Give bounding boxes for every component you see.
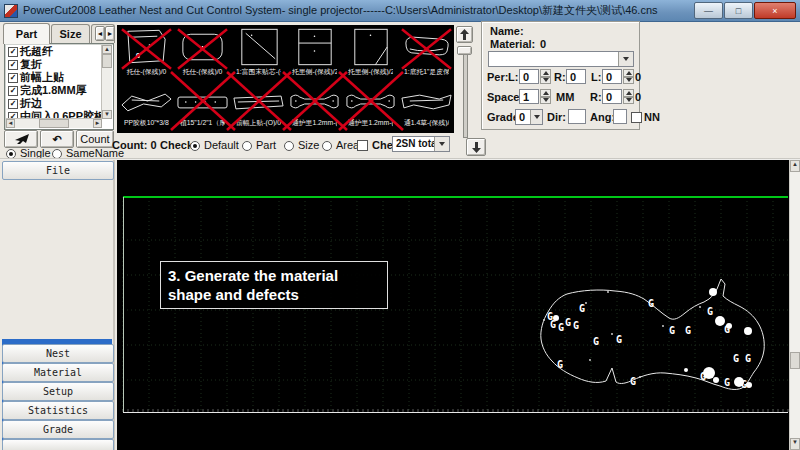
part-type-item[interactable]: ✓折边 (6, 97, 102, 110)
select-tool-button[interactable] (4, 130, 38, 148)
per-left-spinner[interactable] (540, 69, 551, 84)
per-right-input[interactable]: 0 (566, 69, 586, 84)
nn-checkbox[interactable]: NN (631, 111, 660, 123)
part-sketch-longbar (400, 27, 453, 67)
nn-label: NN (644, 111, 660, 123)
scroll-down-icon[interactable]: ▼ (790, 438, 800, 450)
part-thumbnail[interactable]: 托仕-(保残)/0 (176, 27, 229, 76)
part-thumbnail[interactable]: 1:富围末贴芯-(保残)/ (232, 27, 285, 76)
scrollbar-thumb[interactable] (790, 352, 800, 369)
grade-mark: G (648, 298, 654, 309)
checkbox-icon[interactable]: ✓ (8, 47, 18, 57)
scroll-up-icon[interactable]: ▲ (790, 160, 800, 172)
check-option-area[interactable]: Area (322, 139, 359, 151)
part-thumbnail[interactable]: 通护里1.2mm-(保残) (344, 85, 397, 127)
part-thumbnail[interactable]: G托仕-(保残)/0 (120, 27, 173, 76)
part-thumbnail[interactable]: 前幅上贴-(O)/0 (232, 85, 285, 127)
vertical-slider-thumb[interactable] (457, 46, 472, 55)
space-input[interactable]: 1 (519, 89, 539, 104)
part-sketch-strip-twist (120, 85, 173, 118)
part-type-item[interactable]: ✓托超纤 (6, 45, 102, 58)
chevron-down-icon[interactable] (618, 52, 633, 66)
thumbnail-row-1: G托仕-(保残)/0托仕-(保残)/01:富围末贴芯-(保残)/托里侧-(保残)… (120, 27, 453, 76)
radio-icon (284, 141, 294, 151)
dir-label: Dir: (547, 111, 566, 123)
move-up-button[interactable] (456, 26, 473, 43)
part-thumbnail[interactable]: 植15"1/2"1（厚） (176, 85, 229, 127)
total-dropdown[interactable]: 2SN total0 (392, 136, 450, 152)
part-list-horizontal-scrollbar[interactable]: ◄ ► (6, 118, 102, 128)
part-thumbnail[interactable]: 1:底托1"足皮保残-(保 (400, 27, 453, 76)
scroll-right-icon[interactable]: ► (93, 119, 102, 128)
part-type-item[interactable]: ✓完成1.8MM厚 (6, 84, 102, 97)
scroll-left-icon[interactable]: ◄ (6, 119, 15, 128)
tab-scroll-right-icon[interactable]: ► (105, 26, 115, 41)
scrollbar-thumb[interactable] (102, 54, 112, 68)
vertical-slider-track[interactable] (463, 46, 468, 138)
thumbnail-caption: 通护里1.2mm-(保残) (292, 119, 337, 127)
chevron-down-icon[interactable] (530, 110, 542, 124)
check-option-size[interactable]: Size (284, 139, 319, 151)
tab-size[interactable]: Size (51, 24, 90, 43)
maximize-button[interactable]: □ (724, 2, 753, 19)
part-thumbnail[interactable]: 通护里1.2mm-(保残) (288, 85, 341, 127)
checkbox-icon[interactable]: ✓ (8, 60, 18, 70)
sidebar-section-statistics[interactable]: Statistics (2, 401, 114, 420)
check-option-part[interactable]: Part (242, 139, 276, 151)
l-label: L: (508, 71, 518, 83)
part-type-item[interactable]: ✓复折 (6, 58, 102, 71)
scroll-down-icon[interactable]: ▼ (102, 110, 112, 119)
checkbox-icon[interactable]: ✓ (8, 86, 18, 96)
sidebar-section-setup[interactable]: Setup (2, 382, 114, 401)
grade-mark: G (741, 379, 747, 390)
annotation-line-2: shape and defects (168, 285, 380, 304)
tab-part[interactable]: Part (3, 23, 50, 44)
dir-input[interactable] (568, 109, 586, 124)
nest-canvas[interactable]: GGGGGGGGGGGGGGGGGGGG 3. Generate the mat… (117, 160, 789, 450)
left-margin-spinner[interactable] (623, 69, 634, 84)
checkbox-icon[interactable]: ✓ (8, 99, 18, 109)
part-type-label: 前幅上贴 (20, 71, 64, 84)
part-type-item[interactable]: ✓前幅上贴 (6, 71, 102, 84)
part-type-list-items: ✓托超纤✓复折✓前幅上贴✓完成1.8MM厚✓折边✓中间入0.6PP胶板1( (6, 45, 102, 123)
space-spinner[interactable] (540, 89, 551, 104)
minimize-button[interactable]: — (694, 2, 723, 19)
undo-button[interactable]: ↶ (40, 130, 74, 148)
material-combobox[interactable] (488, 51, 634, 67)
sidebar-section-nest[interactable]: Nest (2, 344, 114, 363)
chevron-down-icon[interactable] (434, 137, 449, 151)
grade-mark: G (558, 322, 564, 333)
scrollbar-thumb[interactable] (39, 119, 69, 128)
check-option-label: Part (256, 139, 276, 151)
material-outline (541, 279, 764, 389)
count-button[interactable]: Count (76, 130, 114, 148)
part-thumbnail[interactable]: 托里侧-(保残)/2 (288, 27, 341, 76)
move-down-button[interactable] (466, 138, 486, 156)
per-left-input[interactable]: 0 (519, 69, 539, 84)
checkbox-icon (357, 140, 368, 151)
check-option-default[interactable]: Default (190, 139, 239, 151)
tab-scroll-left-icon[interactable]: ◄ (95, 26, 105, 41)
scroll-up-icon[interactable]: ▲ (102, 45, 112, 54)
ang-input[interactable] (613, 109, 627, 124)
part-list-vertical-scrollbar[interactable]: ▲ ▼ (101, 45, 112, 119)
part-thumbnail[interactable]: 托里侧-(保残)/2 (344, 27, 397, 76)
left-margin-input[interactable]: 0 (602, 69, 622, 84)
r2-label: R: (590, 91, 602, 103)
canvas-vertical-scrollbar[interactable]: ▲ ▼ (789, 160, 800, 450)
maximize-icon: □ (736, 6, 741, 16)
thumbnail-caption: 托仕-(保残)/0 (180, 68, 225, 76)
part-type-label: 完成1.8MM厚 (20, 84, 87, 97)
right-margin-input[interactable]: 0 (602, 89, 622, 104)
sidebar-section-grade[interactable]: Grade (2, 420, 114, 439)
sidebar-section-material[interactable]: Material (2, 363, 114, 382)
sidebar-section-partial[interactable] (2, 439, 114, 450)
checkbox-icon[interactable]: ✓ (8, 73, 18, 83)
part-thumbnail[interactable]: 通1.4草-(保残)/2 (400, 85, 453, 127)
part-thumbnail[interactable]: PP胶板10"*3/8"1-曲罗 (120, 85, 173, 127)
close-button[interactable]: × (754, 2, 796, 19)
right-margin-spinner[interactable] (623, 89, 634, 104)
grade-dropdown[interactable]: 0 (515, 109, 543, 125)
thumbnail-caption: 植15"1/2"1（厚） (180, 119, 225, 127)
sidebar-section-file[interactable]: File (2, 161, 114, 180)
